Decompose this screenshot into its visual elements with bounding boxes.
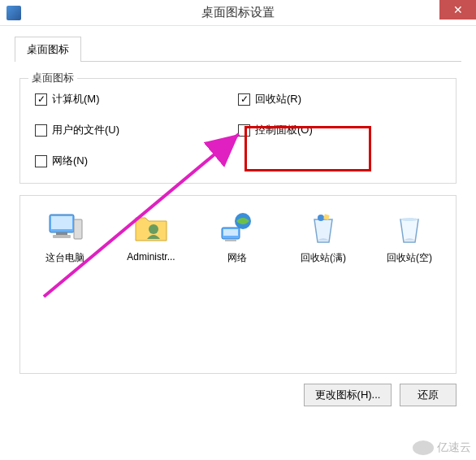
svg-rect-1 (51, 216, 72, 229)
svg-rect-4 (74, 219, 82, 239)
change-icon-button[interactable]: 更改图标(H)... (304, 384, 392, 406)
content-area: 桌面图标 桌面图标 ✓ 计算机(M) ✓ 回收站(R) 用户的文件(U) (0, 26, 476, 414)
button-row: 更改图标(H)... 还原 (15, 384, 461, 406)
title-bar: 桌面图标设置 ✕ (0, 0, 476, 26)
checkbox-label: 网络(N) (52, 154, 88, 168)
svg-rect-9 (225, 239, 236, 241)
computer-icon (45, 210, 85, 246)
cloud-icon (413, 440, 434, 455)
close-button[interactable]: ✕ (439, 0, 476, 20)
folder-user-icon (131, 210, 171, 246)
checkbox-box (238, 124, 250, 137)
preview-label: 回收站(空) (387, 251, 432, 265)
recycle-empty-icon (389, 210, 430, 246)
close-icon: ✕ (453, 3, 463, 16)
svg-rect-8 (223, 229, 238, 236)
app-icon (6, 6, 21, 20)
icon-row: 这台电脑 Administr... (27, 207, 449, 268)
group-legend: 桌面图标 (28, 71, 77, 85)
group-desktop-icons: 桌面图标 ✓ 计算机(M) ✓ 回收站(R) 用户的文件(U) 控制面板(O) (19, 78, 457, 184)
button-label: 还原 (418, 388, 439, 402)
checkbox-network[interactable]: 网络(N) (35, 154, 238, 168)
check-icon: ✓ (37, 94, 45, 104)
checkbox-control-panel[interactable]: 控制面板(O) (238, 123, 441, 137)
preview-item-this-pc[interactable]: 这台电脑 (27, 207, 103, 268)
checkbox-label: 控制面板(O) (255, 123, 313, 137)
svg-point-5 (149, 224, 158, 234)
checkbox-recycle-bin[interactable]: ✓ 回收站(R) (238, 92, 441, 106)
checkbox-box: ✓ (238, 93, 250, 106)
preview-label: 网络 (227, 251, 247, 265)
check-icon: ✓ (240, 94, 249, 104)
watermark: 亿速云 (413, 440, 471, 455)
checkbox-box: ✓ (35, 93, 47, 106)
checkbox-user-files[interactable]: 用户的文件(U) (35, 123, 238, 137)
checkbox-box (35, 155, 47, 167)
button-label: 更改图标(H)... (315, 388, 381, 402)
svg-rect-3 (53, 235, 71, 238)
tab-panel: 桌面图标 ✓ 计算机(M) ✓ 回收站(R) 用户的文件(U) 控制面板(O) (15, 62, 461, 406)
tab-label: 桌面图标 (27, 43, 69, 55)
checkbox-label: 计算机(M) (52, 92, 100, 106)
restore-defaults-button[interactable]: 还原 (400, 384, 457, 406)
svg-point-12 (400, 218, 418, 221)
recycle-full-icon (303, 210, 344, 246)
preview-label: 这台电脑 (45, 251, 84, 265)
window-title: 桌面图标设置 (0, 5, 476, 20)
checkbox-computer[interactable]: ✓ 计算机(M) (35, 92, 238, 106)
tab-strip: 桌面图标 (15, 36, 461, 62)
preview-label: 回收站(满) (301, 251, 346, 265)
checkbox-label: 回收站(R) (255, 92, 301, 106)
icons-preview-panel: 这台电脑 Administr... (19, 195, 457, 374)
network-icon (217, 210, 257, 246)
svg-rect-2 (56, 232, 67, 235)
checkbox-grid: ✓ 计算机(M) ✓ 回收站(R) 用户的文件(U) 控制面板(O) (35, 92, 441, 168)
checkbox-box (35, 124, 47, 137)
preview-item-user[interactable]: Administr... (113, 207, 189, 268)
preview-item-recycle-empty[interactable]: 回收站(空) (371, 207, 448, 268)
tab-desktop-icons[interactable]: 桌面图标 (15, 37, 81, 62)
preview-item-recycle-full[interactable]: 回收站(满) (285, 207, 361, 268)
checkbox-label: 用户的文件(U) (52, 123, 119, 137)
preview-item-network[interactable]: 网络 (199, 207, 275, 268)
svg-point-10 (318, 215, 324, 221)
preview-label: Administr... (127, 251, 175, 263)
watermark-text: 亿速云 (437, 440, 471, 455)
